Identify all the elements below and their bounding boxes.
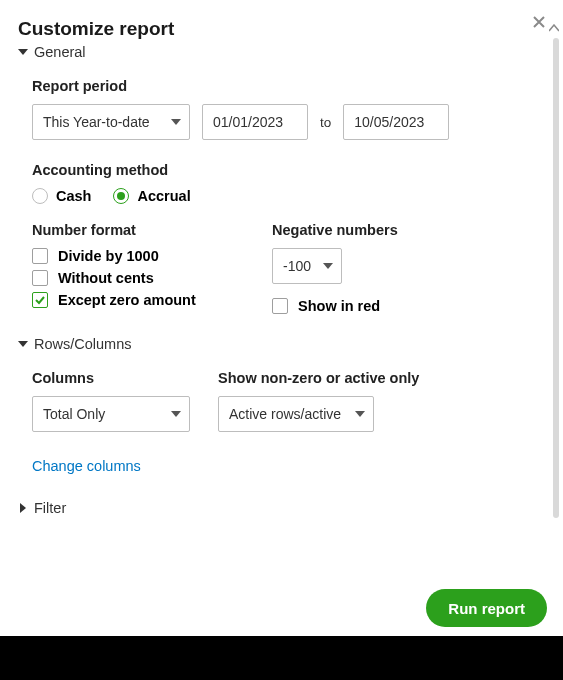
check-except-zero[interactable]: Except zero amount	[32, 292, 232, 308]
report-period-value: This Year-to-date	[43, 114, 150, 130]
report-period-label: Report period	[32, 78, 545, 94]
negative-format-select[interactable]: -100	[272, 248, 342, 284]
radio-cash[interactable]: Cash	[32, 188, 91, 204]
radio-icon	[113, 188, 129, 204]
negative-format-value: -100	[283, 258, 311, 274]
caret-down-icon	[355, 411, 365, 417]
show-nonzero-label: Show non-zero or active only	[218, 370, 419, 386]
run-report-button[interactable]: Run report	[426, 589, 547, 627]
date-from-input[interactable]	[202, 104, 308, 140]
section-rows-columns-label: Rows/Columns	[34, 336, 132, 352]
bottom-bar	[0, 636, 563, 680]
caret-down-icon	[171, 119, 181, 125]
check-show-in-red[interactable]: Show in red	[272, 298, 398, 314]
check-show-in-red-label: Show in red	[298, 298, 380, 314]
check-divide-1000[interactable]: Divide by 1000	[32, 248, 232, 264]
caret-down-icon	[323, 263, 333, 269]
show-nonzero-select[interactable]: Active rows/active co	[218, 396, 374, 432]
radio-icon	[32, 188, 48, 204]
panel-collapse-icon[interactable]	[549, 18, 559, 36]
scrollbar[interactable]	[553, 38, 559, 518]
footer: Run report	[0, 580, 563, 636]
checkbox-icon	[32, 248, 48, 264]
check-divide-1000-label: Divide by 1000	[58, 248, 159, 264]
columns-value: Total Only	[43, 406, 105, 422]
checkbox-icon	[32, 270, 48, 286]
section-filter-label: Filter	[34, 500, 66, 516]
change-columns-link[interactable]: Change columns	[32, 450, 190, 478]
section-general-header[interactable]: General	[18, 38, 545, 66]
checkbox-icon	[272, 298, 288, 314]
section-rows-columns-header[interactable]: Rows/Columns	[18, 330, 545, 358]
section-general-label: General	[34, 44, 86, 60]
close-icon[interactable]	[531, 14, 547, 30]
number-format-label: Number format	[32, 222, 232, 238]
columns-label: Columns	[32, 370, 190, 386]
caret-down-icon	[171, 411, 181, 417]
accounting-method-label: Accounting method	[32, 162, 545, 178]
date-to-input[interactable]	[343, 104, 449, 140]
check-except-zero-label: Except zero amount	[58, 292, 196, 308]
radio-cash-label: Cash	[56, 188, 91, 204]
columns-select[interactable]: Total Only	[32, 396, 190, 432]
check-without-cents[interactable]: Without cents	[32, 270, 232, 286]
caret-down-icon	[18, 49, 28, 55]
checkbox-icon	[32, 292, 48, 308]
caret-down-icon	[18, 341, 28, 347]
show-nonzero-value: Active rows/active co	[229, 406, 345, 422]
section-filter-header[interactable]: Filter	[18, 494, 545, 522]
check-without-cents-label: Without cents	[58, 270, 154, 286]
caret-right-icon	[20, 503, 26, 513]
negative-numbers-label: Negative numbers	[272, 222, 398, 238]
report-period-select[interactable]: This Year-to-date	[32, 104, 190, 140]
radio-accrual[interactable]: Accrual	[113, 188, 190, 204]
radio-accrual-label: Accrual	[137, 188, 190, 204]
date-to-label: to	[320, 115, 331, 130]
